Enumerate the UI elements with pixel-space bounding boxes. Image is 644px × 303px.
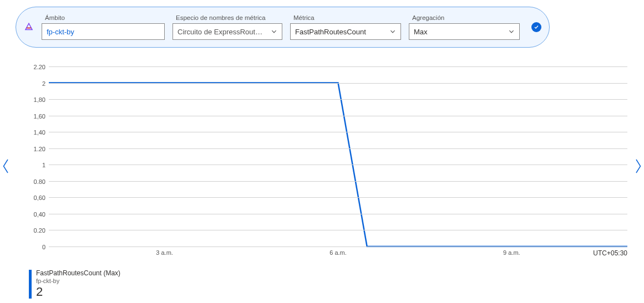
aggregation-label: Agregación xyxy=(409,14,520,21)
metric-label: Métrica xyxy=(290,14,401,21)
y-axis-tick-label: 1 xyxy=(42,162,49,168)
x-axis-tick-label: 6 a.m. xyxy=(329,249,347,256)
next-timerange-button[interactable] xyxy=(632,155,644,177)
chart-area: 2.2021,801,601,401.2010.800,600,400.200 … xyxy=(29,66,627,259)
chevron-down-icon xyxy=(389,28,396,35)
scope-input[interactable]: fp-ckt-by xyxy=(42,23,165,40)
metric-value: FastPathRoutesCount xyxy=(295,28,366,36)
chart-gridline: 1,60 xyxy=(49,116,627,116)
y-axis-tick-label: 0.20 xyxy=(34,227,49,234)
metric-select[interactable]: FastPathRoutesCount xyxy=(290,23,401,40)
namespace-label: Especio de nombres de métrica xyxy=(173,14,282,21)
scope-label: Ámbito xyxy=(42,14,165,21)
chevron-down-icon xyxy=(271,28,277,35)
y-axis-tick-label: 0,60 xyxy=(34,194,49,201)
timezone-label: UTC+05:30 xyxy=(593,249,627,257)
metric-filter-bar: Ámbito fp-ckt-by Especio de nombres de m… xyxy=(16,7,550,48)
y-axis-tick-label: 0,40 xyxy=(34,211,49,218)
chart-gridline: 1.20 xyxy=(49,148,627,149)
chart-gridline: 1,40 xyxy=(49,132,627,132)
chart-gridline: 1 xyxy=(49,165,627,165)
namespace-value: Circuito de ExpressRoute… xyxy=(178,28,266,36)
chart-legend: FastPathRoutesCount (Max) fp-ckt-by 2 xyxy=(29,270,120,299)
legend-series-value: 2 xyxy=(36,285,120,299)
chart-gridline: 2 xyxy=(49,83,627,84)
chart-gridline: 1,80 xyxy=(49,99,627,100)
y-axis-tick-label: 0 xyxy=(42,244,49,250)
chart-gridline: 0,40 xyxy=(49,214,627,214)
chart-grid: 2.2021,801,601,401.2010.800,600,400.200 xyxy=(49,66,627,247)
metric-field: Métrica FastPathRoutesCount xyxy=(290,14,401,40)
confirm-check-icon[interactable] xyxy=(531,22,541,32)
aggregation-value: Max xyxy=(414,28,428,36)
prev-timerange-button[interactable] xyxy=(0,155,12,177)
y-axis-tick-label: 0.80 xyxy=(34,178,49,185)
aggregation-field: Agregación Max xyxy=(409,14,520,40)
y-axis-tick-label: 2 xyxy=(42,80,49,87)
y-axis-tick-label: 1,40 xyxy=(34,129,49,136)
y-axis-tick-label: 1,80 xyxy=(34,96,49,103)
chart-x-axis: UTC+05:30 3 a.m.6 a.m.9 a.m. xyxy=(49,247,627,259)
chevron-down-icon xyxy=(508,28,515,35)
chart-gridline: 0,60 xyxy=(49,197,627,198)
x-axis-tick-label: 9 a.m. xyxy=(503,249,520,256)
chart-gridline: 0.80 xyxy=(49,181,627,182)
legend-series-resource: fp-ckt-by xyxy=(36,278,120,285)
namespace-field: Especio de nombres de métrica Circuito d… xyxy=(173,14,282,40)
namespace-select[interactable]: Circuito de ExpressRoute… xyxy=(173,23,282,40)
scope-icon xyxy=(24,22,34,32)
legend-series-name: FastPathRoutesCount (Max) xyxy=(36,270,120,278)
y-axis-tick-label: 1,60 xyxy=(34,113,49,120)
y-axis-tick-label: 2.20 xyxy=(34,64,49,70)
legend-text: FastPathRoutesCount (Max) fp-ckt-by 2 xyxy=(36,270,120,299)
aggregation-select[interactable]: Max xyxy=(409,23,520,40)
y-axis-tick-label: 1.20 xyxy=(34,146,49,152)
scope-field: Ámbito fp-ckt-by xyxy=(42,14,165,40)
chart-series xyxy=(49,66,627,246)
chart-gridline: 2.20 xyxy=(49,66,627,67)
legend-color-swatch xyxy=(29,270,32,299)
x-axis-tick-label: 3 a.m. xyxy=(156,249,173,256)
chart-gridline: 0.20 xyxy=(49,230,627,230)
